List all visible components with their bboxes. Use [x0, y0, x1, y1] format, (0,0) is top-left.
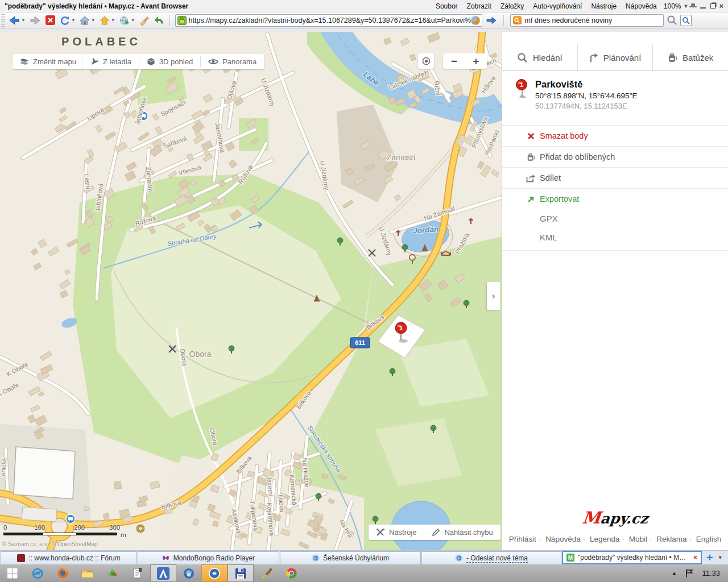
firefox-icon[interactable]: [50, 564, 75, 582]
menu-napoveda[interactable]: Nápověda: [621, 2, 661, 10]
zoom-dropdown-icon[interactable]: ▼: [683, 3, 688, 9]
attention-app-icon[interactable]: [201, 564, 228, 582]
chevron-right-icon: ›: [492, 290, 495, 302]
tab-mondobongo[interactable]: MondoBongo Radio Player: [138, 551, 279, 564]
view3d-button[interactable]: 3D pohled: [139, 54, 200, 69]
zoom-out-button[interactable]: −: [451, 56, 457, 66]
menu-autovyplnovani[interactable]: Auto-vyplňování: [528, 2, 586, 10]
tab-odeslat-tema[interactable]: - Odeslat nové téma: [421, 551, 561, 564]
tab-hledani[interactable]: Hledání: [502, 44, 577, 70]
share-label: Sdílet: [540, 173, 561, 182]
map-canvas[interactable]: 611POLABECZámostíOboraJordánLabeStrouha …: [0, 32, 502, 550]
explorer-icon[interactable]: [75, 564, 100, 582]
mapy-logo[interactable]: Mapy.cz: [581, 508, 649, 527]
scale-bar: 0 100 200 300 m: [3, 524, 129, 535]
scale-unit: m: [121, 531, 126, 538]
minimize-icon[interactable]: [700, 3, 706, 9]
skin-icon[interactable]: [689, 3, 697, 9]
scale-tick: 300: [109, 524, 120, 531]
menu-soubor[interactable]: Soubor: [431, 2, 462, 10]
back-button[interactable]: ▼: [7, 14, 27, 27]
menu-zobrazit[interactable]: Zobrazit: [462, 2, 496, 10]
map-tools-button[interactable]: Nástroje: [369, 525, 424, 540]
share-button[interactable]: Sdílet: [502, 168, 728, 189]
go-button[interactable]: [486, 16, 497, 25]
sidebar-footer: Mapy.cz: [502, 508, 728, 527]
floppy-save-icon[interactable]: [228, 564, 254, 582]
link-legenda[interactable]: Legenda: [590, 535, 620, 543]
link-prihlasit[interactable]: Přihlásit: [509, 535, 536, 543]
stop-button[interactable]: [44, 14, 57, 27]
tab-close-icon[interactable]: ×: [693, 554, 697, 562]
search-button[interactable]: [667, 15, 677, 26]
browser-window: "poděbrady" výsledky hledání • Mapy.cz -…: [0, 0, 728, 582]
upload-button[interactable]: ▼: [98, 14, 117, 27]
page-zoom-level[interactable]: 100%: [661, 2, 684, 10]
undo-button[interactable]: [152, 14, 166, 27]
export-gpx-button[interactable]: GPX: [502, 209, 728, 228]
link-napoveda[interactable]: Nápověda: [545, 535, 581, 543]
cleaner-button[interactable]: [138, 14, 151, 27]
blue-app-icon[interactable]: [176, 564, 201, 582]
close-icon[interactable]: ×: [719, 3, 723, 9]
notepad-icon[interactable]: [125, 564, 150, 582]
tab-mapy-active[interactable]: M "poděbrady" výsledky hledání • Map... …: [562, 551, 702, 564]
paint-icon[interactable]: [254, 564, 279, 582]
media-app-icon[interactable]: [100, 564, 125, 582]
link-english[interactable]: English: [696, 535, 721, 543]
search-engine-icon[interactable]: [513, 16, 522, 24]
menu-bar: Soubor Zobrazit Záložky Auto-vyplňování …: [431, 2, 728, 10]
tray-expand-icon[interactable]: ▲: [672, 570, 677, 576]
new-tab-button[interactable]: +: [702, 551, 718, 564]
search-input[interactable]: mf dnes nedoručené noviny: [525, 16, 661, 24]
export-kml-button[interactable]: KML: [502, 228, 728, 250]
highlight-search-button[interactable]: [680, 15, 692, 26]
link-reklama[interactable]: Reklama: [656, 535, 686, 543]
svg-text:POLABEC: POLABEC: [61, 35, 141, 48]
tab-planovani[interactable]: Plánování: [577, 44, 653, 70]
avant-taskbar-icon[interactable]: [150, 564, 176, 582]
svg-text:1: 1: [520, 81, 523, 88]
aerial-button[interactable]: Z letadla: [82, 54, 139, 69]
place-actions: Smazat body Přidat do oblíbených Sdílet: [502, 125, 728, 251]
panorama-button[interactable]: Panorama: [201, 54, 264, 69]
action-center-flag-icon[interactable]: [685, 569, 694, 578]
map-tools-group: Nástroje Nahlásit chybu: [369, 525, 500, 540]
zoom-in-button[interactable]: +: [473, 56, 479, 66]
add-favorite-button[interactable]: Přidat do oblíbených: [502, 147, 728, 168]
eye-icon: [208, 58, 218, 65]
chrome-icon[interactable]: [279, 564, 304, 582]
taskbar-clock[interactable]: 11:33: [702, 569, 720, 577]
map-copyright[interactable]: © Seznam.cz, a.s., © OpenStreetMap: [2, 541, 98, 547]
link-mobil[interactable]: Mobil: [629, 535, 647, 543]
locate-button[interactable]: [418, 53, 434, 69]
search-bar[interactable]: mf dnes nedoručené noviny: [510, 14, 664, 27]
restore-icon[interactable]: [710, 3, 715, 9]
place-coords-dms: 50°8'15.898"N, 15°6'44.695"E: [535, 92, 728, 100]
ie-icon[interactable]: [25, 564, 50, 582]
svg-text:611: 611: [355, 339, 365, 346]
forward-button[interactable]: [28, 14, 43, 27]
tab-list-dropdown-icon[interactable]: ▼: [718, 551, 726, 564]
refresh-button[interactable]: ▼: [58, 14, 77, 27]
change-map-button[interactable]: Změnit mapu: [13, 54, 83, 69]
site-engine-icon[interactable]: [471, 16, 480, 25]
svg-text:Obora: Obora: [189, 350, 212, 359]
report-error-button[interactable]: Nahlásit chybu: [424, 525, 500, 540]
translate-button[interactable]: ▼: [118, 14, 136, 27]
home-button[interactable]: ▼: [78, 14, 97, 27]
toolbar-grip[interactable]: [1, 14, 5, 27]
tab-batuzek-label: Batůžek: [682, 53, 713, 63]
export-button[interactable]: Exportovat: [502, 189, 728, 209]
tab-sesenske[interactable]: Šešenské Úchylárium: [280, 551, 421, 564]
delete-points-button[interactable]: Smazat body: [502, 126, 728, 147]
url-text[interactable]: https://mapy.cz/zakladni?vlastni-body&x=…: [189, 16, 471, 24]
address-bar[interactable]: https://mapy.cz/zakladni?vlastni-body&x=…: [175, 14, 482, 27]
tab-honda-club[interactable]: :: www.honda-club.cz :: Fórum: [1, 551, 137, 564]
mapy-favicon: M: [566, 554, 574, 562]
tab-batuzek[interactable]: Batůžek: [652, 44, 728, 70]
start-button[interactable]: [0, 564, 25, 582]
menu-nastroje[interactable]: Nástroje: [586, 2, 621, 10]
menu-zalozky[interactable]: Záložky: [496, 2, 528, 10]
sidebar-collapse-handle[interactable]: ›: [487, 282, 500, 310]
